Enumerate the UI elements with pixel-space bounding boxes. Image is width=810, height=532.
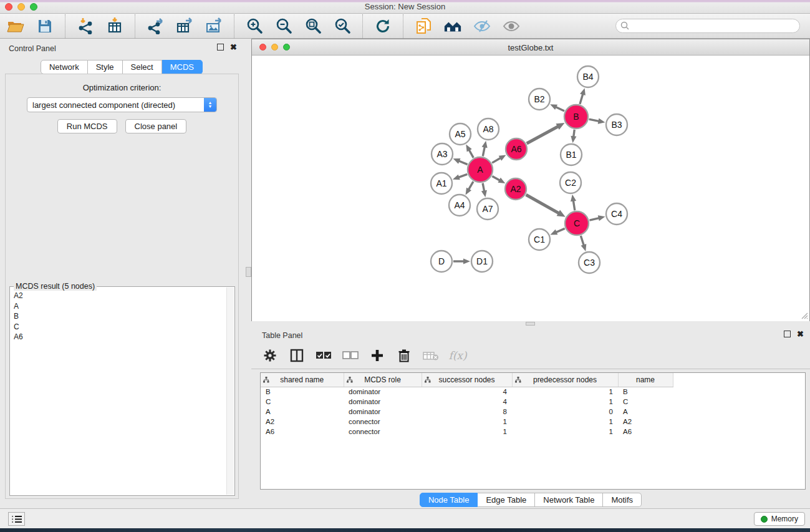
tab-network-table[interactable]: Network Table	[535, 493, 603, 507]
table-cell[interactable]: 8	[422, 407, 512, 417]
duplicate-network-button[interactable]	[414, 17, 433, 36]
column-header-successor-nodes[interactable]: successor nodes	[422, 373, 512, 387]
export-network-button[interactable]	[146, 17, 165, 36]
criterion-dropdown[interactable]: largest connected component (directed) ▲…	[27, 97, 217, 112]
table-cell[interactable]: A2	[261, 417, 344, 427]
table-cell[interactable]: 4	[422, 387, 512, 397]
deselect-all-rows-button[interactable]	[342, 347, 359, 364]
tab-select[interactable]: Select	[123, 60, 162, 74]
table-cell[interactable]: C	[618, 397, 673, 407]
add-column-button[interactable]	[369, 347, 386, 364]
import-network-button[interactable]	[76, 17, 95, 36]
home-view-button[interactable]	[443, 17, 462, 36]
mcds-result-item[interactable]: A2	[14, 291, 226, 301]
zoom-selected-button[interactable]	[333, 17, 352, 36]
table-settings-button[interactable]	[261, 347, 279, 364]
graph-edge-A-A8[interactable]	[483, 147, 485, 156]
table-cell[interactable]: A	[618, 407, 673, 417]
zoom-window-icon[interactable]	[30, 3, 37, 11]
table-cell[interactable]: 1	[512, 417, 618, 427]
show-all-button[interactable]	[502, 17, 521, 36]
zoom-fit-button[interactable]	[304, 17, 322, 36]
table-cell[interactable]: 1	[422, 417, 512, 427]
mcds-result-list[interactable]: A2ABCA6	[14, 291, 226, 494]
vertical-splitter-grip[interactable]	[246, 267, 251, 277]
save-session-button[interactable]	[36, 17, 54, 36]
table-row[interactable]: Adominator80A	[261, 407, 673, 417]
open-session-button[interactable]	[6, 17, 25, 36]
graph-edge-B-B3[interactable]	[589, 119, 599, 121]
table-cell[interactable]: 1	[512, 397, 618, 407]
search-input[interactable]	[615, 19, 800, 33]
table-cell[interactable]: A6	[261, 427, 344, 437]
table-cell[interactable]: C	[261, 397, 344, 407]
close-table-panel-icon[interactable]: ✖	[797, 331, 804, 337]
graph-edge-A-A4[interactable]	[469, 181, 473, 190]
network-canvas[interactable]: B4B2BB3A8A5A6A3B1AA1C2A2A4A7C4CC1C3DD1	[252, 56, 809, 321]
mcds-result-item[interactable]: A6	[14, 332, 226, 342]
float-table-panel-icon[interactable]	[784, 331, 791, 337]
table-row[interactable]: Bdominator41B	[261, 387, 673, 397]
mcds-result-item[interactable]: C	[14, 322, 226, 332]
zoom-out-button[interactable]	[274, 17, 293, 36]
table-cell[interactable]: dominator	[344, 397, 422, 407]
graph-edge-A2-C[interactable]	[526, 195, 559, 213]
tab-mcds[interactable]: MCDS	[162, 60, 203, 74]
tab-edge-table[interactable]: Edge Table	[478, 493, 535, 507]
run-mcds-button[interactable]: Run MCDS	[57, 119, 117, 133]
table-cell[interactable]: 4	[422, 397, 512, 407]
graph-edge-B-B2[interactable]	[556, 107, 564, 111]
table-cell[interactable]: A6	[618, 427, 673, 437]
column-header-MCDS-role[interactable]: MCDS role	[344, 373, 422, 387]
graph-edge-C-C2[interactable]	[573, 201, 574, 211]
column-header-shared-name[interactable]: shared name	[261, 373, 344, 387]
minimize-window-icon[interactable]	[17, 3, 25, 11]
tab-network[interactable]: Network	[41, 60, 88, 74]
resize-grip-icon[interactable]	[799, 311, 808, 319]
graph-edge-A-A2[interactable]	[492, 177, 499, 181]
export-table-button[interactable]	[175, 17, 194, 36]
import-table-button[interactable]	[105, 17, 124, 36]
graph-edge-B-B1[interactable]	[574, 130, 574, 137]
table-cell[interactable]: 1	[422, 427, 512, 437]
graph-edge-A-A5[interactable]	[469, 150, 473, 158]
network-window-titlebar[interactable]: testGlobe.txt	[252, 39, 809, 56]
close-panel-button[interactable]: Close panel	[125, 119, 187, 133]
hide-selected-button[interactable]	[473, 17, 491, 36]
zoom-in-button[interactable]	[245, 17, 264, 36]
tab-style[interactable]: Style	[88, 60, 123, 74]
close-window-icon[interactable]	[5, 3, 12, 11]
graph-edge-C-C3[interactable]	[581, 236, 584, 245]
column-header-name[interactable]: name	[618, 373, 673, 387]
close-panel-icon[interactable]: ✖	[230, 44, 237, 51]
float-panel-icon[interactable]	[217, 44, 224, 51]
graph-edge-A-A3[interactable]	[459, 161, 468, 165]
table-cell[interactable]: connector	[344, 417, 422, 427]
result-scrollbar[interactable]	[226, 288, 234, 495]
table-cell[interactable]: dominator	[344, 407, 422, 417]
table-cell[interactable]: 1	[512, 387, 618, 397]
select-all-rows-button[interactable]	[315, 347, 332, 364]
graph-edge-C-C1[interactable]	[556, 228, 565, 232]
table-cell[interactable]: A2	[618, 417, 673, 427]
table-cell[interactable]: B	[261, 387, 344, 397]
table-cell[interactable]: 1	[512, 427, 618, 437]
tab-motifs[interactable]: Motifs	[603, 493, 642, 507]
mcds-result-item[interactable]: B	[14, 311, 226, 322]
graph-edge-A-A1[interactable]	[458, 174, 467, 177]
column-header-predecessor-nodes[interactable]: predecessor nodes	[512, 373, 618, 387]
table-cell[interactable]: B	[618, 387, 673, 397]
table-cell[interactable]: connector	[344, 427, 422, 437]
graph-edge-A6-B[interactable]	[527, 127, 558, 143]
refresh-button[interactable]	[374, 17, 392, 36]
tab-node-table[interactable]: Node Table	[420, 493, 478, 507]
table-cell[interactable]: dominator	[344, 387, 422, 397]
graph-edge-A-A6[interactable]	[492, 158, 501, 163]
graph-edge-A-A7[interactable]	[483, 183, 484, 191]
delete-table-button[interactable]	[422, 347, 440, 364]
function-builder-button[interactable]: f(x)	[449, 347, 466, 364]
mcds-result-item[interactable]: A	[14, 301, 226, 312]
task-history-button[interactable]	[8, 512, 25, 526]
graph-edge-C-C4[interactable]	[589, 218, 599, 221]
table-row[interactable]: Cdominator41C	[261, 397, 673, 407]
